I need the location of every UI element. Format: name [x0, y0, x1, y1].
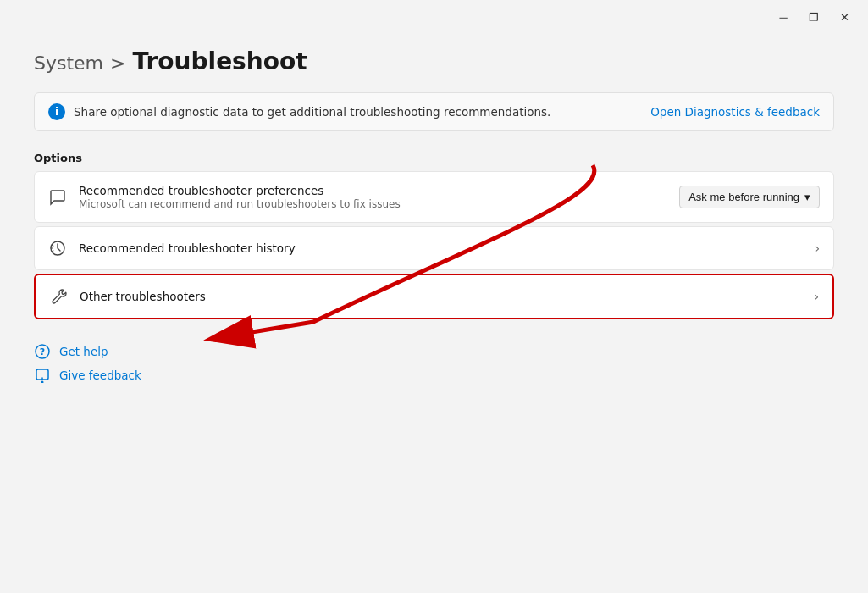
open-diagnostics-link[interactable]: Open Diagnostics & feedback: [650, 105, 820, 119]
option-text-block: Recommended troubleshooter history: [79, 241, 296, 255]
other-troubleshooters-row[interactable]: Other troubleshooters ›: [34, 274, 834, 319]
wrench-icon: [49, 287, 68, 306]
page-title: Troubleshoot: [132, 47, 307, 75]
dropdown-label: Ask me before running: [688, 191, 799, 203]
chat-icon: [48, 188, 67, 207]
recommended-history-row[interactable]: Recommended troubleshooter history ›: [34, 226, 834, 270]
give-feedback-text: Give feedback: [59, 369, 141, 382]
ask-before-running-dropdown[interactable]: Ask me before running ▾: [679, 186, 820, 208]
bottom-links: ? Get help Give feedback: [34, 343, 834, 384]
option-text-block: Other troubleshooters: [80, 290, 206, 303]
info-banner: i Share optional diagnostic data to get …: [34, 92, 834, 131]
option-text-block: Recommended troubleshooter preferences M…: [79, 184, 401, 210]
minimize-button[interactable]: ─: [770, 7, 797, 27]
get-help-link[interactable]: ? Get help: [34, 343, 834, 360]
option-left: Recommended troubleshooter preferences M…: [48, 184, 401, 210]
info-banner-text: Share optional diagnostic data to get ad…: [74, 105, 550, 119]
option-right: ›: [814, 290, 819, 303]
get-help-text: Get help: [59, 345, 108, 358]
options-container: Recommended troubleshooter preferences M…: [34, 171, 834, 319]
info-icon: i: [48, 103, 65, 120]
info-banner-left: i Share optional diagnostic data to get …: [48, 103, 550, 120]
chevron-right-icon: ›: [814, 290, 819, 303]
history-icon: [48, 239, 67, 258]
recommended-prefs-row[interactable]: Recommended troubleshooter preferences M…: [34, 171, 834, 223]
chevron-right-icon: ›: [815, 241, 820, 255]
option-right: ›: [815, 241, 820, 255]
give-feedback-link[interactable]: Give feedback: [34, 367, 834, 384]
main-content: System > Troubleshoot i Share optional d…: [0, 34, 868, 404]
svg-point-4: [41, 381, 44, 384]
chevron-down-icon: ▾: [804, 191, 810, 203]
page-header: System > Troubleshoot: [34, 47, 834, 75]
feedback-icon: [34, 367, 51, 384]
restore-button[interactable]: ❐: [800, 7, 827, 27]
option-title: Recommended troubleshooter preferences: [79, 184, 401, 197]
option-title: Recommended troubleshooter history: [79, 241, 296, 255]
close-button[interactable]: ✕: [831, 7, 858, 27]
svg-text:?: ?: [40, 346, 45, 357]
breadcrumb-separator: >: [110, 53, 125, 74]
breadcrumb-system: System: [34, 53, 103, 74]
option-title: Other troubleshooters: [80, 290, 206, 303]
option-right: Ask me before running ▾: [679, 186, 820, 208]
help-icon: ?: [34, 343, 51, 360]
options-section-label: Options: [34, 152, 834, 164]
option-left: Other troubleshooters: [49, 287, 206, 306]
option-subtitle: Microsoft can recommend and run troubles…: [79, 198, 401, 210]
option-left: Recommended troubleshooter history: [48, 239, 296, 258]
title-bar: ─ ❐ ✕: [0, 0, 868, 34]
